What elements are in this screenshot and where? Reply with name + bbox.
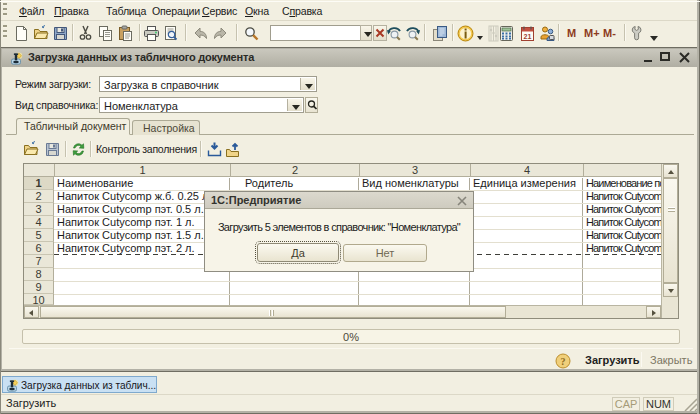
svg-text:?: ?: [561, 356, 566, 367]
svg-text:21: 21: [524, 33, 532, 40]
